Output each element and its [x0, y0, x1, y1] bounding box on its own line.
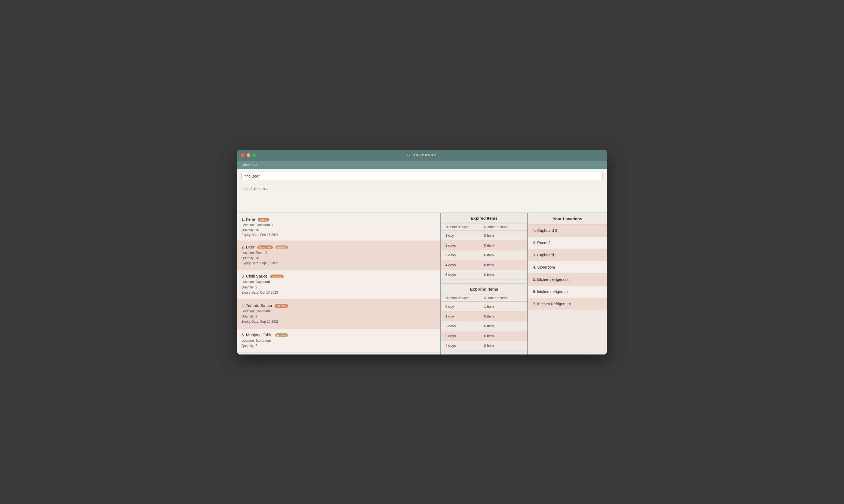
item-name: 1. hehe alpha — [241, 217, 436, 221]
locations-panel[interactable]: Your Locations 1. Cupboard 3 2. Room 2 3… — [528, 213, 607, 355]
list-item[interactable]: 4. Tomato Sauce sauces Location: Cupboar… — [237, 299, 440, 329]
table-row: 1 day 0 item — [441, 231, 527, 240]
traffic-lights — [241, 153, 256, 157]
middle-panel: Expired Items Number of days Number of I… — [441, 213, 528, 355]
item-location: Location: Storeroom — [241, 338, 436, 343]
tag-guests: guests — [275, 333, 288, 337]
item-expiry: Expiry Date: Sep 10 2023 — [241, 319, 436, 324]
tag-alpha: alpha — [258, 218, 269, 221]
col-days-label: Number of days — [445, 296, 484, 300]
col-items-label: Number of Items — [484, 225, 523, 229]
main-content: 1. hehe alpha Location: Cupboard 3 Quant… — [237, 213, 607, 355]
list-item[interactable]: 2. Beer favourite guests Location: Room … — [237, 241, 440, 270]
list-item[interactable]: 3. Chilli Sauce sauces Location: Cupboar… — [237, 270, 440, 299]
output-area: Listed all items. — [237, 183, 607, 213]
item-quantity: Quantity: 2 — [241, 285, 436, 290]
output-text: Listed all items. — [241, 186, 268, 191]
expiring-items-section[interactable]: Expiring Items Number of days Number of … — [441, 284, 527, 355]
item-expiry: Expiry Date: Feb 27 2021 — [241, 233, 436, 237]
item-location: Location: Cupboard 1 — [241, 280, 436, 285]
col-items-label: Number of Items — [484, 296, 523, 300]
locations-header: Your Locations — [528, 213, 607, 224]
shortcuts-bar: Shortcuts — [237, 161, 607, 169]
items-panel[interactable]: 1. hehe alpha Location: Cupboard 3 Quant… — [237, 213, 441, 355]
expired-items-header: Expired Items — [441, 213, 527, 223]
expiring-items-header: Expiring Items — [441, 284, 527, 294]
item-expiry: Expiry Date: Sep 10 2021 — [241, 261, 436, 266]
tag-sauces: sauces — [275, 304, 288, 308]
maximize-button[interactable] — [252, 153, 256, 157]
list-item[interactable]: 5. Mahjong Table guests Location: Storer… — [237, 329, 440, 353]
table-row: 2 days 0 item — [441, 321, 527, 331]
minimize-button[interactable] — [247, 153, 250, 157]
location-item[interactable]: 4. Storeroom — [528, 261, 607, 273]
table-row: 1 day 0 item — [441, 311, 527, 321]
search-bar — [237, 169, 607, 183]
title-bar: STOREMANDO — [237, 150, 607, 161]
list-item[interactable]: 1. hehe alpha Location: Cupboard 3 Quant… — [237, 213, 440, 241]
search-input[interactable] — [241, 172, 603, 180]
col-days-label: Number of days — [445, 225, 484, 229]
close-button[interactable] — [241, 153, 245, 157]
item-quantity: Quantity: 1 — [241, 314, 436, 319]
item-name: 3. Chilli Sauce sauces — [241, 274, 436, 278]
item-name: 4. Tomato Sauce sauces — [241, 303, 436, 308]
item-quantity: Quantity: 10 — [241, 255, 436, 261]
tag-favourite: favourite — [257, 246, 273, 249]
expiring-table-header: Number of days Number of Items — [441, 294, 527, 302]
shortcuts-label: Shortcuts — [241, 163, 257, 167]
table-row: 3 days 0 item — [441, 250, 527, 260]
location-item[interactable]: 7. Kitchen Refrigerator — [528, 298, 607, 310]
tag-sauces: sauces — [270, 274, 284, 278]
expired-table-header: Number of days Number of Items — [441, 223, 527, 231]
location-item[interactable]: 6. kitchen refrigerato — [528, 286, 607, 298]
item-expiry: Expiry Date: Oct 10 2023 — [241, 290, 436, 295]
table-row: 4 days 0 item — [441, 341, 527, 351]
table-row: 2 days 0 item — [441, 240, 527, 250]
expired-items-section[interactable]: Expired Items Number of days Number of I… — [441, 213, 527, 284]
window-title: STOREMANDO — [407, 153, 437, 157]
location-item[interactable]: 1. Cupboard 3 — [528, 224, 607, 237]
location-item[interactable]: 5. kitchen refrigerator — [528, 273, 607, 286]
item-location: Location: Cupboard 1 — [241, 309, 436, 314]
item-location: Location: Cupboard 3 — [241, 223, 436, 228]
item-quantity: Quantity: 10 — [241, 228, 436, 233]
table-row: 4 days 0 item — [441, 260, 527, 270]
item-name: 2. Beer favourite guests — [241, 245, 436, 249]
location-item[interactable]: 2. Room 2 — [528, 237, 607, 249]
item-name: 5. Mahjong Table guests — [241, 332, 436, 337]
table-row: 3 days 0 item — [441, 331, 527, 341]
table-row: 5 days 0 item — [441, 270, 527, 280]
item-location: Location: Room 2 — [241, 250, 436, 255]
table-row: 0 day 1 item — [441, 302, 527, 311]
tag-guests: guests — [275, 246, 288, 249]
app-window: STOREMANDO Shortcuts Listed all items. 1… — [237, 150, 607, 355]
location-item[interactable]: 3. Cupboard 1 — [528, 249, 607, 261]
item-quantity: Quantity: 2 — [241, 343, 436, 348]
